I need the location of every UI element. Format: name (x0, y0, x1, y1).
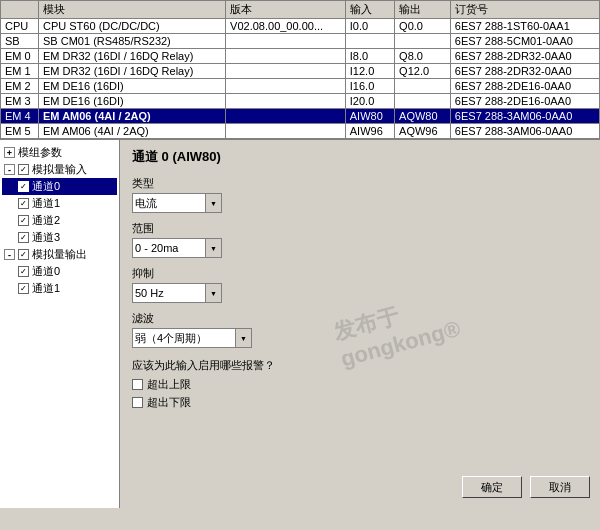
tree-item[interactable]: -模拟量输入 (2, 161, 117, 178)
cancel-button[interactable]: 取消 (530, 476, 590, 498)
tree-expand-icon[interactable]: - (4, 164, 15, 175)
tree-item-label: 模组参数 (18, 145, 62, 160)
tree-item-label: 模拟量输出 (32, 247, 87, 262)
col-header-input: 输入 (345, 1, 394, 19)
tree-checkbox[interactable] (18, 283, 29, 294)
tree-item[interactable]: 通道2 (2, 212, 117, 229)
col-header-order: 订货号 (450, 1, 599, 19)
tree-item[interactable]: 通道3 (2, 229, 117, 246)
module-table: 模块 版本 输入 输出 订货号 CPUCPU ST60 (DC/DC/DC)V0… (0, 0, 600, 139)
tree-panel: +模组参数-模拟量输入通道0通道1通道2通道3-模拟量输出通道0通道1 (0, 140, 120, 508)
table-row[interactable]: EM 2EM DE16 (16DI)I16.06ES7 288-2DE16-0A… (1, 79, 600, 94)
filter-select[interactable]: 弱（4个周期） (132, 328, 252, 348)
filter-label: 滤波 (132, 311, 588, 326)
tree-item-label: 通道0 (32, 264, 60, 279)
col-header-module: 模块 (39, 1, 226, 19)
table-row[interactable]: EM 1EM DR32 (16DI / 16DQ Relay)I12.0Q12.… (1, 64, 600, 79)
ok-button[interactable]: 确定 (462, 476, 522, 498)
range-select[interactable]: 0 - 20ma (132, 238, 222, 258)
bottom-area: +模组参数-模拟量输入通道0通道1通道2通道3-模拟量输出通道0通道1 通道 0… (0, 140, 600, 508)
tree-item-label: 通道1 (32, 196, 60, 211)
tree-item[interactable]: 通道0 (2, 178, 117, 195)
alarm-upper-checkbox[interactable] (132, 379, 143, 390)
tree-checkbox[interactable] (18, 249, 29, 260)
tree-expand-icon[interactable]: - (4, 249, 15, 260)
col-header-id (1, 1, 39, 19)
channel-title: 通道 0 (AIW80) (132, 148, 588, 166)
table-row[interactable]: EM 5EM AM06 (4AI / 2AQ)AIW96AQW966ES7 28… (1, 124, 600, 139)
alarm-lower-label: 超出下限 (147, 395, 191, 410)
table-row[interactable]: SBSB CM01 (RS485/RS232)6ES7 288-5CM01-0A… (1, 34, 600, 49)
col-header-output: 输出 (395, 1, 451, 19)
tree-checkbox[interactable] (18, 266, 29, 277)
suppress-select[interactable]: 50 Hz (132, 283, 222, 303)
tree-item-label: 通道2 (32, 213, 60, 228)
alarm-upper-label: 超出上限 (147, 377, 191, 392)
range-label: 范围 (132, 221, 588, 236)
alarm-lower-row: 超出下限 (132, 395, 588, 410)
col-header-version: 版本 (226, 1, 346, 19)
alarm-section: 应该为此输入启用哪些报警？ 超出上限 超出下限 (132, 358, 588, 410)
range-group: 范围 0 - 20ma ▼ (132, 221, 588, 258)
tree-checkbox[interactable] (18, 164, 29, 175)
tree-checkbox[interactable] (18, 181, 29, 192)
tree-checkbox[interactable] (18, 232, 29, 243)
type-group: 类型 电流 ▼ (132, 176, 588, 213)
tree-expand-icon[interactable]: + (4, 147, 15, 158)
suppress-select-wrapper[interactable]: 50 Hz ▼ (132, 283, 222, 303)
table-row[interactable]: CPUCPU ST60 (DC/DC/DC)V02.08.00_00.00...… (1, 19, 600, 34)
filter-group: 滤波 弱（4个周期） ▼ (132, 311, 588, 348)
type-label: 类型 (132, 176, 588, 191)
range-select-wrapper[interactable]: 0 - 20ma ▼ (132, 238, 222, 258)
type-select[interactable]: 电流 (132, 193, 222, 213)
tree-item-label: 模拟量输入 (32, 162, 87, 177)
right-panel: 通道 0 (AIW80) 类型 电流 ▼ 范围 0 - 20ma ▼ 抑制 (120, 140, 600, 508)
tree-checkbox[interactable] (18, 215, 29, 226)
tree-item-label: 通道1 (32, 281, 60, 296)
suppress-label: 抑制 (132, 266, 588, 281)
type-select-wrapper[interactable]: 电流 ▼ (132, 193, 222, 213)
alarm-title: 应该为此输入启用哪些报警？ (132, 358, 588, 373)
filter-select-wrapper[interactable]: 弱（4个周期） ▼ (132, 328, 252, 348)
table-row[interactable]: EM 0EM DR32 (16DI / 16DQ Relay)I8.0Q8.06… (1, 49, 600, 64)
button-bar: 确定 取消 (462, 476, 590, 498)
tree-item-label: 通道0 (32, 179, 60, 194)
tree-item[interactable]: 通道0 (2, 263, 117, 280)
table-row[interactable]: EM 4EM AM06 (4AI / 2AQ)AIW80AQW806ES7 28… (1, 109, 600, 124)
alarm-lower-checkbox[interactable] (132, 397, 143, 408)
tree-item[interactable]: 通道1 (2, 280, 117, 297)
tree-item-label: 通道3 (32, 230, 60, 245)
table-row[interactable]: EM 3EM DE16 (16DI)I20.06ES7 288-2DE16-0A… (1, 94, 600, 109)
tree-item[interactable]: 通道1 (2, 195, 117, 212)
tree-item[interactable]: +模组参数 (2, 144, 117, 161)
tree-item[interactable]: -模拟量输出 (2, 246, 117, 263)
tree-checkbox[interactable] (18, 198, 29, 209)
alarm-upper-row: 超出上限 (132, 377, 588, 392)
suppress-group: 抑制 50 Hz ▼ (132, 266, 588, 303)
module-table-area: 模块 版本 输入 输出 订货号 CPUCPU ST60 (DC/DC/DC)V0… (0, 0, 600, 140)
